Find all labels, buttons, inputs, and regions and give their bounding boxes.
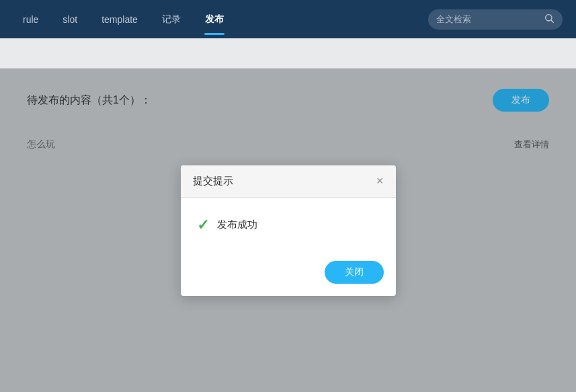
- svg-line-1: [551, 20, 554, 23]
- nav-item-rule[interactable]: rule: [13, 10, 48, 29]
- modal-title: 提交提示: [193, 175, 233, 188]
- search-bar: [428, 9, 563, 30]
- svg-point-0: [546, 14, 552, 20]
- modal-overlay: 提交提示 × ✓ 发布成功 关闭: [0, 69, 576, 392]
- success-message: 发布成功: [217, 219, 257, 231]
- search-icon: [544, 13, 554, 26]
- success-check-icon: ✓: [197, 217, 209, 234]
- nav-item-publish[interactable]: 发布: [196, 9, 233, 30]
- modal-close-icon[interactable]: ×: [376, 175, 384, 187]
- modal-header: 提交提示 ×: [181, 165, 396, 198]
- navbar: rule slot template 记录 发布: [0, 0, 576, 38]
- sub-bar: [0, 38, 576, 69]
- nav-item-template[interactable]: template: [92, 10, 147, 29]
- main-content: 待发布的内容（共1个）： 发布 怎么玩 查看详情 提交提示 × ✓ 发布成功 关…: [0, 69, 576, 392]
- search-input[interactable]: [436, 14, 544, 24]
- modal-dialog: 提交提示 × ✓ 发布成功 关闭: [181, 165, 396, 296]
- modal-close-button[interactable]: 关闭: [325, 261, 384, 284]
- nav-item-records[interactable]: 记录: [153, 9, 190, 30]
- modal-footer: 关闭: [181, 253, 396, 296]
- modal-body: ✓ 发布成功: [181, 198, 396, 253]
- nav-item-slot[interactable]: slot: [53, 10, 87, 29]
